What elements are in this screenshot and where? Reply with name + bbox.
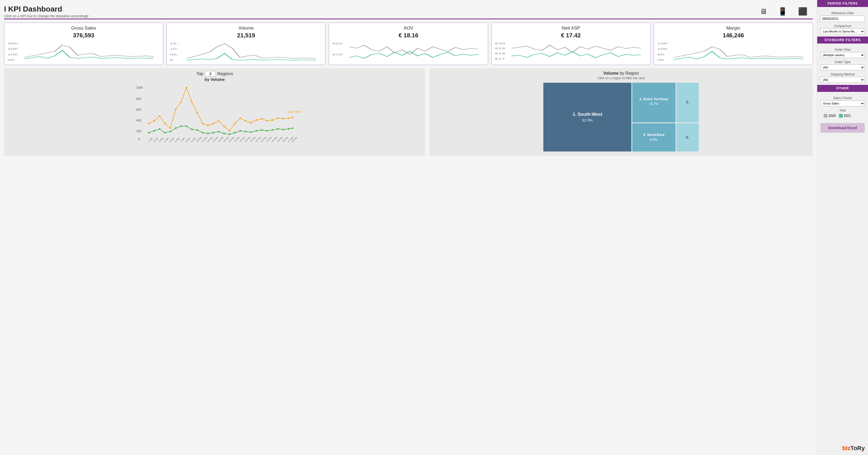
top-regions-pre: Top [196, 71, 203, 76]
svg-text:6.9%: 6.9% [650, 138, 657, 141]
shipping-method-label: Shipping Method [820, 72, 865, 76]
svg-point-58 [148, 132, 150, 133]
kpi-gross-sales[interactable]: Gross Sales 376,593 30K 20K 10K 0K [4, 23, 163, 65]
sales-choice-label: Sales Choice [820, 96, 865, 100]
svg-text:9 Feb: 9 Feb [191, 137, 196, 142]
logo-z: z [847, 445, 850, 452]
sales-choice-select[interactable]: Gross Sales [820, 100, 865, 106]
other-header: OTHER [817, 85, 868, 92]
kpi-nett-asp-title: Nett ASP [495, 26, 647, 31]
dashboard-title: I KPI Dashboard [4, 5, 88, 13]
kpi-nett-asp[interactable]: Nett ASP € 17.42 €20 €19 €18 €17 [491, 23, 651, 65]
kpi-volume-title: Volume [170, 26, 322, 31]
svg-point-53 [272, 119, 273, 121]
svg-text:€19: €19 [495, 47, 505, 50]
svg-text:3 Feb: 3 Feb [158, 137, 164, 142]
kpi-nett-asp-chart: €20 €19 €18 €17 [495, 40, 647, 62]
legend-2021[interactable]: 2021 [839, 114, 851, 118]
download-excel-button[interactable]: Download Excel [820, 123, 865, 133]
svg-point-68 [202, 132, 204, 133]
svg-point-40 [202, 123, 204, 124]
svg-point-55 [282, 118, 284, 120]
volume-by-region-treemap[interactable]: 1. South-West 62.9% 2. Extra Territory 1… [432, 82, 810, 152]
svg-point-59 [154, 130, 155, 132]
kpi-volume[interactable]: Volume 21,519 15.. 10.. 50.. 0 [166, 23, 326, 65]
svg-point-67 [196, 129, 198, 131]
svg-text:22 Feb: 22 Feb [260, 136, 267, 142]
kpi-aov-chart: €20 €18 [332, 40, 485, 62]
order-flow-select[interactable]: (Multiple values) [820, 52, 865, 58]
comparison-select[interactable]: Last Month vs Same Mo... [820, 29, 865, 34]
biztory-logo: bIzToRy [817, 442, 868, 455]
svg-text:30K: 30K [7, 42, 19, 45]
svg-text:€18: €18 [332, 53, 342, 56]
standard-filters-section: Order Flow (Multiple values) Order Type … [817, 43, 868, 85]
desktop-icon[interactable]: 🖥 [760, 7, 767, 16]
logo-y: y [862, 445, 865, 452]
svg-text:4. Nord-East: 4. Nord-East [643, 133, 665, 137]
svg-point-30 [148, 123, 150, 124]
kpi-aov[interactable]: AOV € 18.16 €20 €18 [329, 23, 488, 65]
device-icons: 🖥 📱 ⬛ [760, 7, 813, 16]
svg-point-49 [250, 122, 252, 124]
svg-point-70 [213, 132, 214, 133]
svg-text:16 Feb: 16 Feb [228, 136, 235, 142]
svg-point-65 [186, 125, 187, 127]
header-left: I KPI Dashboard Click on a KPI box to ch… [4, 5, 88, 18]
svg-point-83 [282, 129, 284, 130]
standard-filters-header: STANDARD FILTERS [817, 36, 868, 43]
svg-text:15K: 15K [657, 42, 668, 45]
svg-text:1 Feb: 1 Feb [148, 137, 153, 142]
svg-text:12 Feb: 12 Feb [207, 136, 213, 142]
svg-text:200: 200 [136, 129, 141, 133]
period-filters-header: PERIOD FILTERS [817, 0, 868, 7]
svg-text:62.9%: 62.9% [583, 118, 593, 122]
svg-text:3.: 3. [686, 100, 689, 104]
shipping-method-select[interactable]: (All) [820, 77, 865, 83]
kpi-margin[interactable]: Margin 146,246 15K 10K 5K 0K [654, 23, 813, 65]
kpi-aov-value: € 18.16 [332, 32, 485, 39]
svg-point-60 [159, 128, 160, 130]
logo-r: R [857, 445, 862, 452]
svg-point-82 [277, 128, 279, 130]
svg-text:24 Feb: 24 Feb [271, 136, 278, 142]
svg-point-47 [240, 118, 241, 119]
svg-point-61 [164, 132, 166, 133]
svg-point-72 [223, 133, 225, 134]
svg-point-50 [256, 119, 257, 121]
svg-point-76 [245, 131, 247, 132]
svg-text:13 Feb: 13 Feb [212, 136, 219, 142]
legend-2020-label: 2020 [829, 114, 836, 118]
svg-text:5K: 5K [657, 53, 665, 56]
svg-text:18.7%: 18.7% [649, 102, 659, 106]
other-section: Sales Choice Gross Sales Year 2020 2021 [817, 92, 868, 120]
logo-o: o [854, 445, 857, 452]
legend-2020[interactable]: 2020 [824, 114, 836, 118]
kpi-margin-chart: 15K 10K 5K 0K [657, 40, 809, 62]
svg-point-48 [245, 120, 247, 122]
svg-point-74 [234, 132, 236, 133]
svg-text:5.: 5. [686, 135, 689, 139]
tablet-portrait-icon[interactable]: 📱 [778, 7, 787, 16]
order-flow-label: Order Flow [820, 48, 865, 52]
reference-date-input[interactable] [820, 15, 865, 22]
svg-point-79 [261, 129, 262, 131]
svg-point-63 [175, 127, 177, 129]
year-label: Year [820, 108, 865, 112]
tablet-landscape-icon[interactable]: ⬛ [798, 7, 808, 16]
svg-point-62 [169, 131, 171, 132]
top-regions-chart: 1000 800 600 400 200 0 [7, 84, 423, 143]
bottom-row: Top Regions by Volume 1000 800 600 400 2… [4, 68, 813, 156]
svg-text:18 Feb: 18 Feb [239, 136, 245, 142]
kpi-gross-sales-title: Gross Sales [7, 26, 160, 31]
svg-text:2 Feb: 2 Feb [153, 137, 159, 142]
volume-by-region-title: Volume by Region [432, 71, 810, 76]
top-regions-post: Regions [217, 71, 233, 76]
svg-rect-115 [544, 83, 632, 152]
svg-point-77 [250, 131, 252, 133]
top-regions-input[interactable] [205, 71, 216, 76]
svg-point-32 [159, 115, 160, 117]
kpi-gross-sales-value: 376,593 [7, 32, 160, 39]
order-type-select[interactable]: (All) [820, 64, 865, 70]
svg-text:1. South-West: 1. South-West [573, 112, 603, 117]
